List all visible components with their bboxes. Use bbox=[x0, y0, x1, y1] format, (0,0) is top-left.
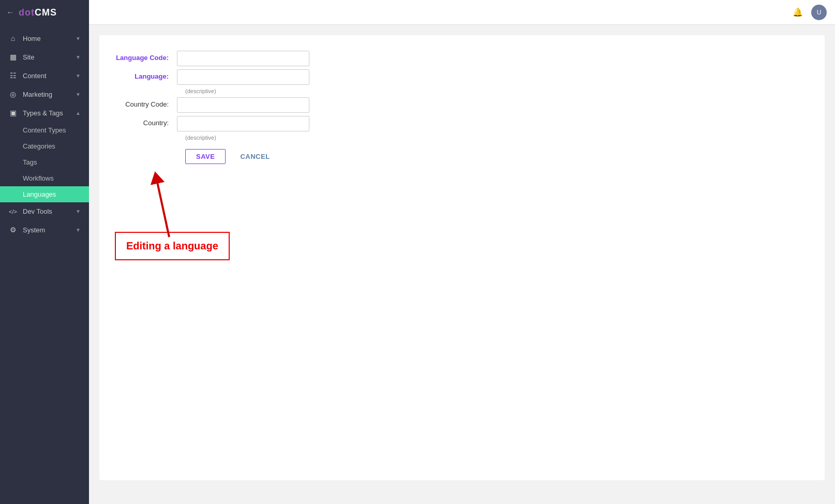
chevron-down-icon: ▼ bbox=[76, 209, 81, 214]
svg-line-1 bbox=[156, 177, 169, 237]
back-button[interactable]: ← bbox=[6, 8, 14, 17]
chevron-down-icon: ▼ bbox=[76, 92, 81, 97]
country-code-label: Country Code: bbox=[110, 97, 177, 108]
chevron-down-icon: ▼ bbox=[76, 73, 81, 79]
annotation-text: Editing a language bbox=[126, 240, 218, 251]
language-code-row: Language Code: bbox=[110, 51, 809, 66]
country-row: Country: bbox=[110, 116, 809, 131]
sidebar-item-types-tags-label: Types & Tags bbox=[23, 109, 63, 117]
sidebar-item-dev-tools[interactable]: </> Dev Tools ▼ bbox=[0, 202, 89, 220]
sidebar-item-content-types-label: Content Types bbox=[23, 126, 66, 134]
annotation-box: Editing a language bbox=[115, 232, 230, 260]
sidebar-header: ← dotCMS bbox=[0, 0, 89, 25]
logo: dotCMS bbox=[19, 7, 57, 18]
dev-tools-icon: </> bbox=[8, 209, 18, 215]
sidebar-item-categories-label: Categories bbox=[23, 142, 55, 150]
sidebar-item-languages-label: Languages bbox=[23, 190, 56, 198]
save-button[interactable]: SAVE bbox=[185, 149, 226, 164]
sidebar-item-content-label: Content bbox=[23, 72, 47, 80]
sidebar-item-workflows[interactable]: Workflows bbox=[0, 170, 89, 186]
sidebar-item-marketing[interactable]: ◎ Marketing ▼ bbox=[0, 85, 89, 103]
cancel-button[interactable]: CANCEL bbox=[234, 150, 276, 164]
country-code-input[interactable] bbox=[177, 97, 309, 113]
language-code-label: Language Code: bbox=[110, 51, 177, 62]
country-hint: (descriptive) bbox=[185, 135, 809, 141]
sidebar-item-categories[interactable]: Categories bbox=[0, 138, 89, 154]
sidebar-item-site-label: Site bbox=[23, 53, 34, 61]
language-hint: (descriptive) bbox=[185, 88, 809, 94]
country-code-row: Country Code: bbox=[110, 97, 809, 113]
country-label: Country: bbox=[110, 116, 177, 127]
sidebar-item-workflows-label: Workflows bbox=[23, 174, 54, 182]
sidebar-item-site[interactable]: ▦ Site ▼ bbox=[0, 48, 89, 66]
chevron-up-icon: ▲ bbox=[76, 110, 81, 116]
system-icon: ⚙ bbox=[8, 226, 18, 234]
sidebar-item-marketing-label: Marketing bbox=[23, 91, 52, 98]
chevron-down-icon: ▼ bbox=[76, 36, 81, 41]
language-label: Language: bbox=[110, 69, 177, 80]
avatar[interactable]: U bbox=[811, 5, 827, 20]
home-icon: ⌂ bbox=[8, 34, 18, 42]
sidebar-item-languages[interactable]: Languages bbox=[0, 186, 89, 202]
types-tags-icon: ▣ bbox=[8, 109, 18, 117]
sidebar-item-system-label: System bbox=[23, 226, 45, 234]
logo-dot: dot bbox=[19, 7, 35, 18]
sidebar-item-tags[interactable]: Tags bbox=[0, 154, 89, 170]
country-input[interactable] bbox=[177, 116, 309, 131]
sidebar-item-dev-tools-label: Dev Tools bbox=[23, 207, 52, 215]
chevron-down-icon: ▼ bbox=[76, 54, 81, 60]
sidebar: ← dotCMS ⌂ Home ▼ ▦ Site ▼ ☷ Content bbox=[0, 0, 89, 504]
sidebar-item-home[interactable]: ⌂ Home ▼ bbox=[0, 29, 89, 48]
sidebar-item-tags-label: Tags bbox=[23, 158, 37, 166]
main-wrapper: 🔔 U Language Code: Language: (descriptiv… bbox=[89, 0, 835, 504]
marketing-icon: ◎ bbox=[8, 90, 18, 98]
language-row: Language: bbox=[110, 69, 809, 85]
site-icon: ▦ bbox=[8, 53, 18, 61]
sidebar-item-content[interactable]: ☷ Content ▼ bbox=[0, 66, 89, 85]
content-area: Language Code: Language: (descriptive) C… bbox=[89, 25, 835, 504]
logo-cms: CMS bbox=[35, 7, 57, 18]
sidebar-item-types-tags[interactable]: ▣ Types & Tags ▲ bbox=[0, 103, 89, 122]
annotation-arrow bbox=[141, 170, 192, 242]
language-input[interactable] bbox=[177, 69, 309, 85]
sidebar-item-system[interactable]: ⚙ System ▼ bbox=[0, 220, 89, 239]
language-code-input[interactable] bbox=[177, 51, 309, 66]
content-icon: ☷ bbox=[8, 71, 18, 80]
sidebar-nav: ⌂ Home ▼ ▦ Site ▼ ☷ Content ▼ ◎ Marketi bbox=[0, 25, 89, 504]
notification-bell-icon[interactable]: 🔔 bbox=[791, 5, 805, 20]
sidebar-item-content-types[interactable]: Content Types bbox=[0, 122, 89, 138]
sidebar-item-home-label: Home bbox=[23, 35, 41, 42]
form-card: Language Code: Language: (descriptive) C… bbox=[99, 35, 825, 480]
chevron-down-icon: ▼ bbox=[76, 227, 81, 233]
topbar: 🔔 U bbox=[89, 0, 835, 25]
button-row: SAVE CANCEL bbox=[185, 149, 809, 164]
